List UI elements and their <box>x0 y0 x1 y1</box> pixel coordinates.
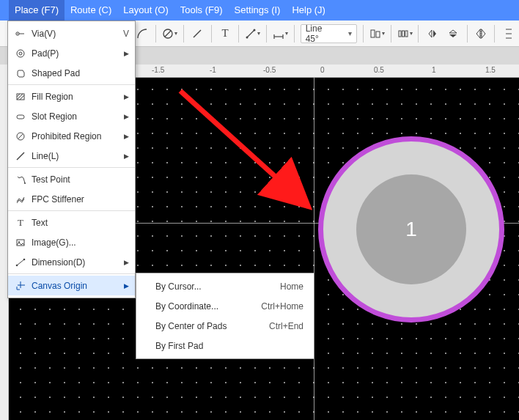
item-label: By Cursor... <box>155 281 280 292</box>
toolbar-mirror-icon[interactable] <box>473 25 490 43</box>
item-label: Shaped Pad <box>32 68 129 78</box>
svg-rect-9 <box>371 30 375 37</box>
item-label: By Center of Pads <box>155 321 269 331</box>
svg-point-22 <box>19 52 22 55</box>
submenu-arrow-icon: ▶ <box>124 152 129 160</box>
svg-rect-27 <box>17 115 24 119</box>
slot-region-icon <box>14 111 27 122</box>
svg-rect-11 <box>399 31 401 37</box>
svg-rect-12 <box>402 31 404 37</box>
submenu-by-cursor[interactable]: By Cursor... Home <box>136 276 314 296</box>
item-label: Via(V) <box>32 29 119 39</box>
menu-fpc[interactable]: FPC Stiffener <box>8 189 135 209</box>
chevron-down-icon: ▾ <box>348 29 352 37</box>
item-label: Text <box>32 218 129 228</box>
image-icon <box>14 237 27 248</box>
ruler-tick: 0.5 <box>374 66 384 74</box>
canvas-origin-submenu: By Cursor... Home By Coordinate... Ctrl+… <box>136 273 314 359</box>
toolbar-extra-icon[interactable] <box>500 25 517 43</box>
test-point-icon <box>14 174 27 185</box>
submenu-arrow-icon: ▶ <box>124 133 129 140</box>
prohibited-icon <box>14 131 27 141</box>
item-shortcut: Home <box>280 281 303 292</box>
menu-place[interactable]: Place (F7) <box>9 0 65 21</box>
svg-line-24 <box>17 94 20 97</box>
submenu-by-first-pad[interactable]: By First Pad <box>136 336 314 355</box>
via-icon <box>14 29 27 39</box>
toolbar-flipv-icon[interactable] <box>445 25 462 43</box>
item-label: Slot Region <box>32 111 119 122</box>
item-shortcut: V <box>123 29 129 39</box>
pad-core[interactable]: 1 <box>356 174 466 284</box>
submenu-arrow-icon: ▶ <box>124 93 129 100</box>
origin-icon <box>14 281 27 291</box>
item-label: By Coordinate... <box>155 301 261 312</box>
item-label: Image(G)... <box>32 237 129 248</box>
menu-fill-region[interactable]: Fill Region ▶ <box>8 86 135 106</box>
submenu-arrow-icon: ▶ <box>124 113 129 120</box>
dimension-icon <box>14 257 27 268</box>
menu-dimension[interactable]: Dimension(D) ▶ <box>8 252 135 272</box>
menu-separator <box>8 84 135 85</box>
svg-line-29 <box>18 133 23 139</box>
menu-shaped-pad[interactable]: Shaped Pad <box>8 63 135 83</box>
place-dropdown: Via(V) V Pad(P) ▶ Shaped Pad Fill Region… <box>7 21 136 298</box>
item-label: Line(L) <box>32 151 119 161</box>
item-label: Test Point <box>32 174 129 185</box>
fpc-icon <box>14 194 27 205</box>
submenu-arrow-icon: ▶ <box>124 50 129 57</box>
svg-line-25 <box>17 94 23 100</box>
item-label: FPC Stiffener <box>32 194 129 205</box>
menu-separator <box>8 210 135 211</box>
submenu-by-center-of-pads[interactable]: By Center of Pads Ctrl+End <box>136 316 314 336</box>
line-icon <box>14 151 27 161</box>
item-label: By First Pad <box>155 341 303 351</box>
menu-prohibited-region[interactable]: Prohibited Region ▶ <box>8 126 135 146</box>
svg-point-31 <box>24 183 26 184</box>
toolbar-align-icon[interactable]: ▾ <box>369 25 386 43</box>
svg-line-39 <box>180 91 309 207</box>
menu-text[interactable]: T Text <box>8 213 135 232</box>
item-shortcut: Ctrl+End <box>269 321 303 331</box>
svg-point-19 <box>17 33 18 34</box>
menu-separator <box>8 273 135 274</box>
menu-line[interactable]: Line(L) ▶ <box>8 146 135 166</box>
fill-region-icon <box>14 92 27 102</box>
shaped-pad-icon <box>14 68 27 78</box>
svg-rect-32 <box>17 240 24 246</box>
svg-rect-10 <box>376 32 380 37</box>
text-icon: T <box>14 217 27 229</box>
menu-pad[interactable]: Pad(P) ▶ <box>8 43 135 63</box>
menu-slot-region[interactable]: Slot Region ▶ <box>8 106 135 126</box>
menu-separator <box>8 167 135 168</box>
item-label: Canvas Origin <box>32 281 119 291</box>
svg-line-30 <box>17 152 24 160</box>
item-label: Fill Region <box>32 92 119 102</box>
submenu-by-coordinate[interactable]: By Coordinate... Ctrl+Home <box>136 296 314 316</box>
toolbar-fliph-icon[interactable] <box>424 25 441 43</box>
item-label: Prohibited Region <box>32 131 119 141</box>
submenu-arrow-icon: ▶ <box>124 259 129 266</box>
menu-test-point[interactable]: Test Point <box>8 169 135 189</box>
menu-image[interactable]: Image(G)... <box>8 232 135 252</box>
svg-point-36 <box>23 258 26 260</box>
svg-point-21 <box>17 50 24 57</box>
svg-rect-13 <box>405 31 408 37</box>
submenu-arrow-icon: ▶ <box>124 282 129 290</box>
item-label: Dimension(D) <box>32 257 119 268</box>
pad-label: 1 <box>405 218 417 241</box>
menu-canvas-origin[interactable]: Canvas Origin ▶ <box>8 276 135 295</box>
ruler-tick: 1 <box>432 66 436 74</box>
menu-via[interactable]: Via(V) V <box>8 23 135 43</box>
svg-line-34 <box>17 259 24 265</box>
ruler-tick: 1.5 <box>485 66 496 74</box>
svg-point-35 <box>16 264 18 266</box>
toolbar-distribute-icon[interactable]: ▾ <box>397 25 413 43</box>
item-label: Pad(P) <box>32 48 119 59</box>
item-shortcut: Ctrl+Home <box>261 301 303 312</box>
pad-icon <box>14 48 27 59</box>
